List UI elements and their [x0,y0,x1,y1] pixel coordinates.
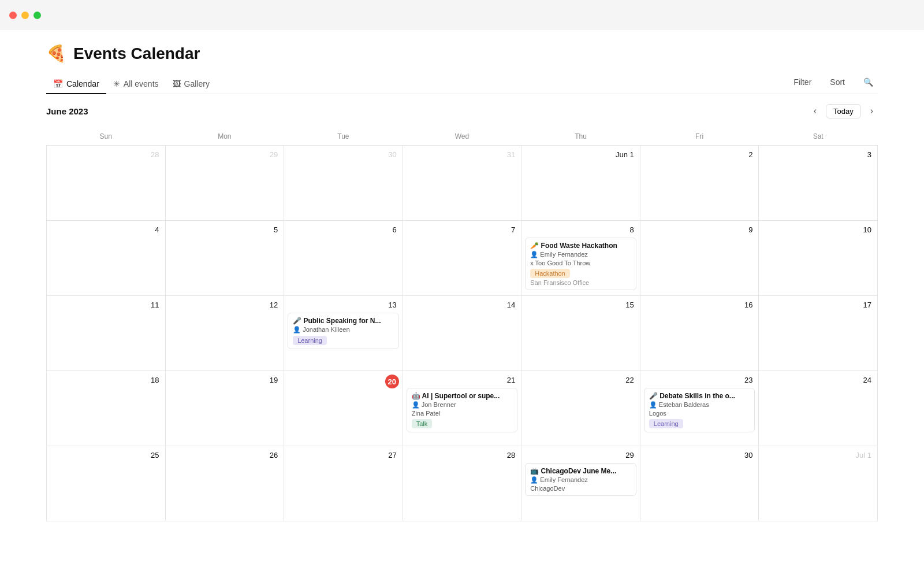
calendar-cell[interactable]: 10 [759,221,878,296]
calendar-cell[interactable]: 8🥕 Food Waste Hackathon👤 Emily Fernandez… [521,221,640,296]
event-org: x Too Good To Throw [530,260,631,266]
close-button[interactable] [9,12,17,19]
gallery-icon: 🖼 [173,79,181,88]
event-person: 👤 Jon Brenner [412,401,513,409]
calendar-cell[interactable]: 3 [759,146,878,221]
calendar-cell[interactable]: 24 [759,371,878,446]
minimize-button[interactable] [21,12,29,19]
event-tag: Learning [293,336,327,345]
event-card[interactable]: 🎤 Debate Skills in the o...👤 Esteban Bal… [644,388,755,432]
calendar-cell[interactable]: 7 [403,221,521,296]
calendar-cell[interactable]: 11 [47,296,166,371]
event-org: Logos [649,410,750,417]
calendar-cell[interactable]: 15 [521,296,640,371]
calendar-icon: 📅 [53,79,63,88]
today-button[interactable]: Today [826,104,861,118]
day-header-sun: Sun [47,128,166,146]
tab-gallery-label: Gallery [184,79,210,88]
calendar-cell[interactable]: 23🎤 Debate Skills in the o...👤 Esteban B… [640,371,759,446]
calendar-cell[interactable]: 26 [165,446,284,521]
calendar-cell[interactable]: 6 [284,221,403,296]
app-icon: 🍕 [46,44,66,63]
event-location: San Fransisco Office [530,279,631,286]
event-title: 🎤 Debate Skills in the o... [649,392,750,400]
nav-controls: ‹ Today › [809,103,878,118]
filter-button[interactable]: Filter [789,75,816,89]
calendar-cell[interactable]: 14 [403,296,521,371]
titlebar [0,0,924,30]
event-card[interactable]: 🤖 AI | Supertool or supe...👤 Jon Brenner… [407,388,518,432]
tabs-bar: 📅 Calendar ✳ All events 🖼 Gallery Filter… [46,75,878,94]
toolbar-right: Filter Sort 🔍 [789,75,878,94]
day-header-sat: Sat [759,128,878,146]
calendar-cell[interactable]: 29 [165,146,284,221]
tab-gallery[interactable]: 🖼 Gallery [166,75,217,94]
app-title: Events Calendar [73,45,200,63]
tab-calendar-label: Calendar [66,79,99,88]
day-header-tue: Tue [284,128,403,146]
calendar-cell[interactable]: 21🤖 AI | Supertool or supe...👤 Jon Brenn… [403,371,521,446]
month-nav: June 2023 ‹ Today › [46,94,878,128]
tab-calendar[interactable]: 📅 Calendar [46,75,106,94]
calendar-cell[interactable]: 2 [640,146,759,221]
calendar-cell[interactable]: 9 [640,221,759,296]
app-header: 🍕 Events Calendar 📅 Calendar ✳ All event… [0,30,924,94]
event-tag: Learning [649,419,683,428]
search-button[interactable]: 🔍 [859,75,878,89]
calendar-container: June 2023 ‹ Today › Sun Mon Tue Wed Thu … [0,94,924,521]
all-events-icon: ✳ [113,79,120,88]
calendar-cell[interactable]: 29📺 ChicagoDev June Me...👤 Emily Fernand… [521,446,640,521]
calendar-cell[interactable]: 19 [165,371,284,446]
calendar-cell[interactable]: 18 [47,371,166,446]
calendar-cell[interactable]: 30 [284,146,403,221]
calendar-cell[interactable]: 16 [640,296,759,371]
calendar-grid: Sun Mon Tue Wed Thu Fri Sat 28293031Jun … [46,128,878,521]
calendar-cell[interactable]: 27 [284,446,403,521]
event-card[interactable]: 📺 ChicagoDev June Me...👤 Emily Fernandez… [525,463,636,496]
tab-all-events-label: All events [124,79,159,88]
calendar-cell[interactable]: 13🎤 Public Speaking for N...👤 Jonathan K… [284,296,403,371]
sort-button[interactable]: Sort [825,75,850,89]
event-person: 👤 Esteban Balderas [649,401,750,409]
day-header-fri: Fri [640,128,759,146]
event-title: 🎤 Public Speaking for N... [293,317,394,325]
day-header-mon: Mon [165,128,284,146]
event-title: 🤖 AI | Supertool or supe... [412,392,513,400]
event-org: Zina Patel [412,410,513,417]
calendar-cell[interactable]: 25 [47,446,166,521]
calendar-cell[interactable]: 22 [521,371,640,446]
event-person: 👤 Jonathan Killeen [293,326,394,334]
calendar-cell[interactable]: 5 [165,221,284,296]
tab-all-events[interactable]: ✳ All events [106,75,166,94]
event-title: 📺 ChicagoDev June Me... [530,467,631,475]
event-org: ChicagoDev [530,485,631,492]
calendar-cell[interactable]: 12 [165,296,284,371]
app-title-row: 🍕 Events Calendar [46,44,878,63]
event-person: 👤 Emily Fernandez [530,251,631,258]
event-title: 🥕 Food Waste Hackathon [530,242,631,250]
calendar-cell[interactable]: 30 [640,446,759,521]
calendar-cell[interactable]: 17 [759,296,878,371]
calendar-cell[interactable]: Jul 1 [759,446,878,521]
maximize-button[interactable] [33,12,41,19]
prev-month-button[interactable]: ‹ [809,103,821,118]
calendar-cell[interactable]: 20 [284,371,403,446]
event-card[interactable]: 🥕 Food Waste Hackathon👤 Emily Fernandezx… [525,238,636,290]
next-month-button[interactable]: › [866,103,878,118]
calendar-cell[interactable]: 28 [403,446,521,521]
month-label: June 2023 [46,106,88,116]
event-person: 👤 Emily Fernandez [530,476,631,484]
day-header-wed: Wed [403,128,521,146]
calendar-cell[interactable]: 31 [403,146,521,221]
calendar-cell[interactable]: 4 [47,221,166,296]
calendar-cell[interactable]: Jun 1 [521,146,640,221]
event-tag: Talk [412,419,433,428]
event-tag: Hackathon [530,269,570,278]
event-card[interactable]: 🎤 Public Speaking for N...👤 Jonathan Kil… [288,313,399,349]
day-header-thu: Thu [521,128,640,146]
calendar-cell[interactable]: 28 [47,146,166,221]
